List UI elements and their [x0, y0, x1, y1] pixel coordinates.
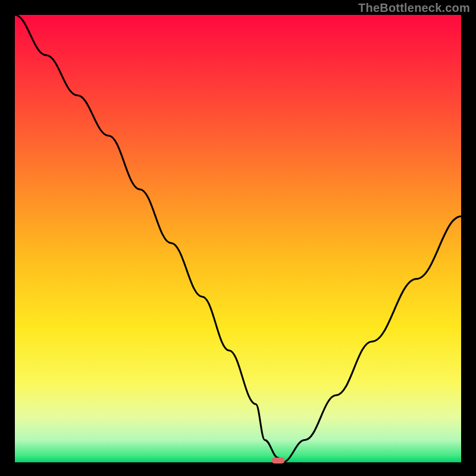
chart-gradient-bg [15, 15, 461, 462]
chart-frame: { "watermark": "TheBottleneck.com", "cha… [0, 0, 476, 476]
watermark-text: TheBottleneck.com [358, 1, 470, 15]
bottleneck-chart [0, 0, 476, 476]
optimum-marker [272, 458, 285, 464]
